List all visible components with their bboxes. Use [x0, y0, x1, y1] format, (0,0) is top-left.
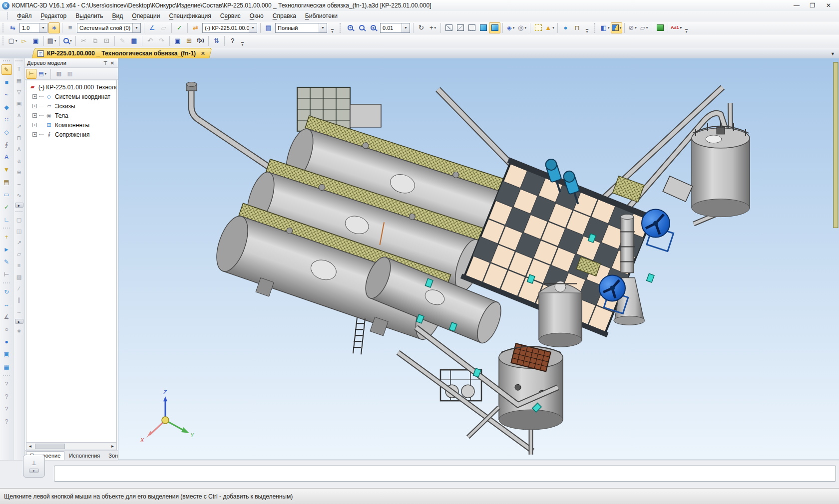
part-shadow-button[interactable]: ▱ — [158, 22, 169, 33]
diagnostic-3-icon[interactable]: ? — [1, 404, 12, 414]
diagnostic-4-icon[interactable]: ? — [1, 416, 12, 427]
step-value[interactable]: 1.0▼ — [19, 23, 47, 33]
close-button[interactable]: ✕ — [825, 2, 832, 9]
tree-item-3[interactable]: +⊞Компоненты — [26, 120, 116, 130]
frame-icon[interactable]: ▭ — [1, 189, 12, 200]
image-frame-button[interactable] — [654, 22, 666, 33]
light-1-button[interactable]: ◈▾ — [505, 22, 516, 33]
expand-icon[interactable]: + — [32, 104, 37, 108]
toolbar-options-icon[interactable]: ▾ — [683, 23, 690, 33]
window-list-icon[interactable]: ▼ — [831, 51, 835, 56]
mass-properties-icon[interactable]: ○ — [1, 324, 12, 334]
edit-part-icon[interactable]: ✎ — [1, 64, 12, 75]
add-component-icon[interactable]: ► — [1, 244, 12, 254]
change-component-button[interactable]: ⇄ — [190, 22, 201, 33]
section-view-button[interactable]: ▾ — [611, 22, 622, 33]
snap-points-button[interactable]: ∗ — [48, 22, 60, 33]
zoom-value-dropdown-icon[interactable]: ▼ — [402, 23, 410, 32]
print-preview-button[interactable]: ▾ — [62, 35, 73, 46]
edit-sketch-button[interactable]: ∠ — [146, 22, 158, 33]
mates-icon[interactable]: ∮ — [1, 139, 12, 150]
dash-icon[interactable]: – — [14, 179, 24, 189]
datum-icon[interactable]: ▣ — [14, 99, 24, 108]
expand-icon[interactable]: + — [32, 132, 37, 137]
sort-down-icon[interactable]: A — [14, 145, 24, 154]
component-select-dropdown-icon[interactable]: ▼ — [249, 23, 257, 32]
copy-button[interactable]: ⧉ — [89, 35, 101, 46]
solid-body-icon[interactable]: ■ — [1, 77, 12, 87]
plane-icon[interactable]: ▱ — [14, 250, 24, 259]
open-document-button[interactable]: ▻ — [18, 35, 30, 46]
leader-icon[interactable]: ↗ — [14, 122, 24, 131]
what-is-this-button[interactable]: ? — [227, 35, 238, 46]
toolbar-options-icon[interactable]: ▾ — [584, 23, 590, 33]
filter-icon[interactable]: ▼ — [1, 164, 12, 175]
text-tool-icon[interactable]: T — [14, 64, 24, 74]
collections-icon[interactable]: ▣ — [1, 349, 12, 359]
clip-plane-button[interactable]: ⊘▾ — [627, 22, 638, 33]
shaded-edges-button[interactable] — [489, 22, 500, 33]
menu-3[interactable]: Вид — [108, 11, 127, 20]
property-tab-handle[interactable]: ▶ — [29, 469, 39, 473]
undo-button[interactable]: ↶ — [144, 35, 156, 46]
tree-root-item[interactable]: ▰(-) КР-225.01.00.000 Технологи — [26, 82, 116, 92]
window-manager-button[interactable]: ▣ — [172, 35, 183, 46]
measure-icon[interactable]: ∡ — [1, 311, 12, 322]
layer-select[interactable]: Системный слой (0)▼ — [77, 23, 141, 33]
menu-2[interactable]: Выделить — [71, 11, 107, 20]
diagnostic-1-icon[interactable]: ? — [1, 379, 12, 389]
flat-view-button[interactable]: ▱▾ — [638, 22, 650, 33]
viewport-canvas[interactable]: Z Y X — [118, 58, 839, 460]
dimensions-box-button[interactable] — [532, 22, 544, 33]
menu-4[interactable]: Операции — [128, 11, 164, 20]
detail-select-dropdown-icon[interactable]: ▼ — [319, 23, 327, 32]
layout-icon[interactable]: ⊢ — [1, 269, 12, 279]
create-part-icon[interactable]: + — [1, 232, 12, 242]
paste-button[interactable]: ⊡ — [101, 35, 112, 46]
parallel-icon[interactable]: ∥ — [14, 295, 24, 305]
redo-button[interactable]: ↷ — [156, 35, 167, 46]
scroll-left-icon[interactable]: ◄ — [26, 444, 34, 449]
tree-item-0[interactable]: +◇Системы координат — [26, 92, 116, 101]
fix-component-icon[interactable]: ● — [1, 336, 12, 347]
menu-7[interactable]: Окно — [246, 11, 268, 20]
mirror-icon[interactable]: ◫ — [14, 227, 24, 236]
tolerance-icon[interactable]: ▽ — [14, 87, 24, 97]
sort-up-icon[interactable]: a — [14, 156, 24, 166]
doc-additional-button[interactable]: ▥ — [65, 69, 75, 79]
light-2-button[interactable]: ◎▾ — [516, 22, 528, 33]
expand-icon[interactable]: + — [32, 123, 37, 127]
crane-button[interactable]: ⊓ — [571, 22, 583, 33]
property-bar-field[interactable] — [54, 466, 836, 482]
toolbar-options-icon[interactable]: ▾ — [329, 23, 336, 33]
tree-close-icon[interactable]: ✕ — [109, 59, 116, 66]
specification-icon[interactable]: ▦ — [1, 361, 12, 372]
report-icon[interactable]: ▤ — [1, 177, 12, 187]
fence-icon[interactable]: ⊓ — [14, 133, 24, 143]
wireframe-button[interactable] — [443, 22, 454, 33]
move-part-icon[interactable]: ↔ — [1, 299, 12, 309]
rotate-part-icon[interactable]: ↻ — [1, 286, 12, 297]
copy-object-icon[interactable]: ▢ — [14, 215, 24, 225]
rotate-view-button[interactable]: ↻ — [416, 22, 427, 33]
detail-select[interactable]: Полный▼ — [275, 23, 327, 33]
diagnostic-2-icon[interactable]: ? — [1, 391, 12, 402]
roughness-button[interactable]: ▲▾ — [544, 22, 555, 33]
menu-5[interactable]: Спецификация — [165, 11, 215, 20]
layers-button[interactable]: ≡ — [64, 22, 76, 33]
viewport[interactable]: Z Y X — [118, 58, 839, 460]
array-icon[interactable]: ≡ — [14, 261, 24, 270]
orientation-button[interactable]: +▾ — [427, 22, 438, 33]
variables-button[interactable]: ⊞ — [183, 35, 195, 46]
zoom-frame-button[interactable] — [356, 22, 368, 33]
swap-items-button[interactable]: ⇅ — [211, 35, 222, 46]
hatch-icon[interactable]: ▨ — [14, 272, 24, 282]
cut-button[interactable]: ✂ — [78, 35, 89, 46]
detail-level-button[interactable]: ▤ — [263, 22, 274, 33]
tree-item-2[interactable]: +◉Тела — [26, 111, 116, 120]
aux-geometry-icon[interactable]: ◇ — [1, 127, 12, 137]
table-tool-icon[interactable]: ▦ — [14, 76, 24, 85]
edit-component-icon[interactable]: ✎ — [1, 256, 12, 267]
align-icon[interactable]: → — [14, 307, 24, 316]
properties-table-button[interactable]: ▦ — [128, 35, 140, 46]
